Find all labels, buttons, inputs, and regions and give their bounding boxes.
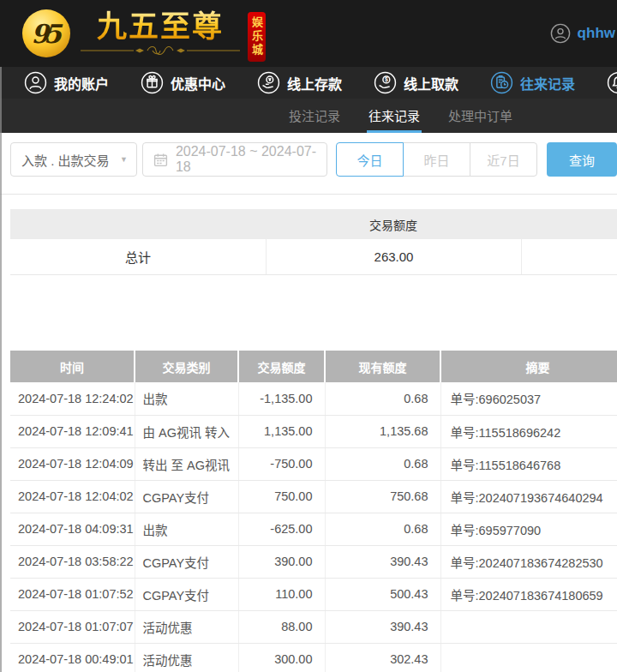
cell-type: CGPAY支付 xyxy=(135,578,238,610)
cell-time: 2024-07-18 12:04:02 xyxy=(10,480,135,513)
table-row: 2024-07-18 04:09:31出款-625.000.68单号:69597… xyxy=(10,513,617,545)
cell-time: 2024-07-18 00:49:01 xyxy=(10,643,135,672)
table-row: 2024-07-18 12:09:41由 AG视讯 转入1,135.001,13… xyxy=(10,415,617,447)
table-row: 2024-07-18 01:07:07活动优惠88.00390.43 xyxy=(10,610,617,643)
table-row: 2024-07-18 01:07:52CGPAY支付110.00500.43单号… xyxy=(10,578,617,610)
tab-processing-orders[interactable]: 处理中订单 xyxy=(446,101,514,133)
gift-icon xyxy=(141,71,164,94)
window-edge-line xyxy=(0,67,2,672)
quick-range-group: 今日 昨日 近7日 xyxy=(336,142,537,177)
tab-betting-records[interactable]: 投注记录 xyxy=(287,101,342,133)
cell-time: 2024-07-18 01:07:07 xyxy=(10,610,135,643)
svg-text:$: $ xyxy=(385,76,388,83)
cell-time: 2024-07-18 03:58:22 xyxy=(10,545,135,578)
table-row: 2024-07-18 00:49:01活动优惠300.00302.43 xyxy=(10,643,617,672)
section-divider xyxy=(0,194,617,195)
cell-summary: 单号:696025037 xyxy=(440,382,617,415)
nav-label: 我的账户 xyxy=(54,73,109,93)
logo-monogram-icon: 95 xyxy=(22,9,70,57)
transactions-table: 时间 交易类别 交易额度 现有额度 摘要 2024-07-18 12:24:02… xyxy=(10,351,617,672)
brand-subtitle-badge: 娱乐城 xyxy=(248,12,266,62)
nav-label: 线上取款 xyxy=(404,73,458,93)
date-range-value: 2024-07-18 ~ 2024-07-18 xyxy=(176,144,316,175)
nav-item-messages[interactable]: 信息 xyxy=(607,71,617,94)
records-icon xyxy=(490,71,513,94)
cell-summary xyxy=(440,610,617,643)
date-range-input[interactable]: 2024-07-18 ~ 2024-07-18 xyxy=(142,142,327,177)
cell-amount: 300.00 xyxy=(238,643,325,672)
cell-balance: 0.68 xyxy=(325,382,440,415)
col-header-type: 交易类别 xyxy=(135,351,238,382)
chevron-down-icon: ▼ xyxy=(120,155,128,164)
cell-type: 由 AG视讯 转入 xyxy=(135,415,238,447)
cell-amount: 88.00 xyxy=(238,610,325,643)
yesterday-button[interactable]: 昨日 xyxy=(403,142,470,177)
nav-label: 优惠中心 xyxy=(171,73,225,93)
cell-summary: 单号:202407183674282530 xyxy=(440,545,617,578)
subtab-bar: 投注记录 往来记录 处理中订单 xyxy=(0,99,617,133)
cell-balance: 0.68 xyxy=(325,513,440,545)
cell-balance: 750.68 xyxy=(325,480,440,513)
user-area[interactable]: qhhw xyxy=(550,23,615,44)
summary-header-row: 交易额度 xyxy=(10,209,617,239)
cell-summary: 单号:695977090 xyxy=(440,513,617,545)
nav-item-promotions[interactable]: 优惠中心 xyxy=(141,71,225,94)
col-header-time: 时间 xyxy=(10,351,135,382)
cell-balance: 390.43 xyxy=(325,610,440,643)
deposit-icon xyxy=(257,71,280,94)
nav-item-withdraw[interactable]: $ 线上取款 xyxy=(374,71,458,94)
tab-transaction-records[interactable]: 往来记录 xyxy=(367,101,422,133)
nav-label: 往来记录 xyxy=(520,73,575,93)
today-button[interactable]: 今日 xyxy=(336,142,404,177)
table-row: 2024-07-18 12:24:02出款-1,135.000.68单号:696… xyxy=(10,382,617,415)
cell-summary xyxy=(440,643,617,672)
cell-summary: 单号:202407183674180659 xyxy=(440,578,617,610)
cell-summary: 单号:202407193674640294 xyxy=(440,480,617,513)
withdraw-icon: $ xyxy=(374,71,397,94)
cell-balance: 390.43 xyxy=(325,545,440,578)
user-icon xyxy=(24,71,47,94)
summary-total-row: 总计 263.00 xyxy=(10,239,617,275)
col-header-amount: 交易额度 xyxy=(238,351,325,382)
top-header: 95 九五至尊 娱乐城 qhhw xyxy=(0,0,617,67)
cell-time: 2024-07-18 12:24:02 xyxy=(10,382,135,415)
cell-amount: 390.00 xyxy=(238,545,325,578)
summary-amount-header: 交易额度 xyxy=(266,209,521,239)
cell-balance: 1,135.68 xyxy=(325,415,440,447)
last7days-button[interactable]: 近7日 xyxy=(470,142,537,177)
bell-icon xyxy=(607,71,617,94)
nav-item-transaction-records[interactable]: 往来记录 xyxy=(490,71,575,94)
select-value: 入款 . 出款交易 xyxy=(21,151,110,169)
nav-item-my-account[interactable]: 我的账户 xyxy=(24,71,109,94)
nav-label: 线上存款 xyxy=(287,73,342,93)
nav-item-deposit[interactable]: 线上存款 xyxy=(257,71,342,94)
cell-amount: -1,135.00 xyxy=(238,382,325,415)
table-row: 2024-07-18 12:04:09转出 至 AG视讯-750.000.68单… xyxy=(10,447,617,480)
query-button[interactable]: 查询 xyxy=(547,142,617,177)
summary-table: 交易额度 总计 263.00 xyxy=(10,209,617,275)
cell-time: 2024-07-18 04:09:31 xyxy=(10,513,135,545)
calendar-icon xyxy=(153,153,168,167)
brand-title: 九五至尊 xyxy=(97,10,224,44)
cell-type: 出款 xyxy=(135,513,238,545)
cell-type: 转出 至 AG视讯 xyxy=(135,447,238,480)
cell-balance: 302.43 xyxy=(325,643,440,672)
cell-type: 出款 xyxy=(135,382,238,415)
cell-amount: -625.00 xyxy=(238,513,325,545)
cell-balance: 500.43 xyxy=(325,578,440,610)
main-nav: 我的账户 优惠中心 线上存款 $ 线上取款 xyxy=(0,67,617,99)
cell-type: CGPAY支付 xyxy=(135,480,238,513)
transactions-tbody: 2024-07-18 12:24:02出款-1,135.000.68单号:696… xyxy=(10,382,617,672)
transaction-type-select[interactable]: 入款 . 出款交易 ▼ xyxy=(10,142,137,177)
cell-amount: 750.00 xyxy=(238,480,325,513)
table-header-row: 时间 交易类别 交易额度 现有额度 摘要 xyxy=(10,351,617,382)
cell-type: 活动优惠 xyxy=(135,643,238,672)
cell-summary: 单号:115518696242 xyxy=(440,415,617,447)
user-avatar-icon xyxy=(550,23,571,44)
flourish-ornament-icon xyxy=(79,45,242,57)
cell-amount: 1,135.00 xyxy=(238,415,325,447)
cell-amount: -750.00 xyxy=(238,447,325,480)
cell-type: 活动优惠 xyxy=(135,610,238,643)
site-logo[interactable]: 95 九五至尊 娱乐城 xyxy=(22,5,266,62)
summary-total-value: 263.00 xyxy=(266,239,521,274)
